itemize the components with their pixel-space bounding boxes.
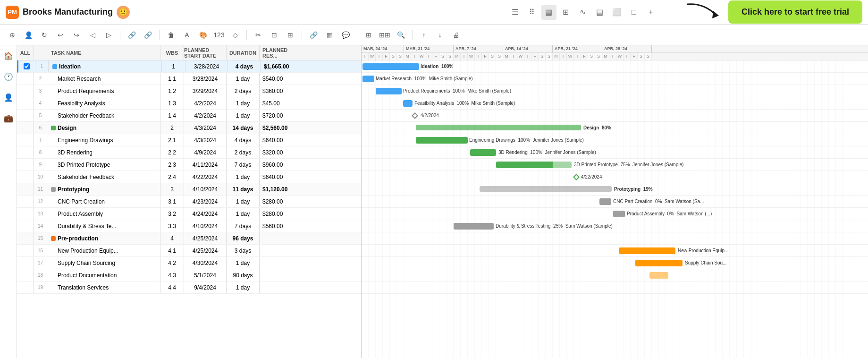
col-all-header[interactable]: ALL: [17, 45, 34, 60]
copy-btn[interactable]: ⊡: [268, 28, 281, 42]
table-row[interactable]: 12 CNC Part Creation 3.1 4/23/2024 1 day…: [17, 196, 361, 208]
table-row[interactable]: 13 Product Assembly 3.2 4/24/2024 1 day …: [17, 208, 361, 220]
tab-grid[interactable]: ▦: [541, 5, 556, 20]
row-res: $280.00: [260, 208, 302, 220]
row-checkbox[interactable]: [17, 134, 34, 146]
table-row[interactable]: 9 3D Printed Prototype 2.3 4/11/2024 7 d…: [17, 159, 361, 171]
sidebar-home[interactable]: 🏠: [2, 49, 15, 62]
table-row[interactable]: 5 Stakeholder Feedback 1.4 4/2/2024 1 da…: [17, 110, 361, 122]
tab-gantt[interactable]: ⠿: [524, 5, 539, 20]
export-up-btn[interactable]: ↑: [417, 28, 430, 42]
group2-btn[interactable]: ⊞⊞: [378, 28, 391, 42]
grid-btn[interactable]: ▦: [323, 28, 336, 42]
row-checkbox[interactable]: [17, 159, 34, 170]
row-checkbox[interactable]: [17, 97, 34, 109]
link2-btn[interactable]: 🔗: [141, 28, 154, 42]
table-row[interactable]: 2 Market Research 1.1 3/28/2024 1 day $5…: [17, 73, 361, 85]
outdent-btn[interactable]: ◁: [86, 28, 99, 42]
gantt-bar-eng-drawings[interactable]: [416, 137, 468, 144]
gantt-bar-cnc[interactable]: [599, 198, 611, 205]
gantt-bar-feasibility[interactable]: [403, 100, 413, 107]
row-checkbox[interactable]: [17, 220, 34, 232]
link3-btn[interactable]: 🔗: [307, 28, 320, 42]
day-cell: S: [546, 53, 553, 60]
row-wbs: 2: [160, 122, 184, 134]
gantt-bar-assembly[interactable]: [613, 211, 625, 217]
row-checkbox[interactable]: [17, 183, 34, 195]
indent-right-btn[interactable]: ▷: [102, 28, 115, 42]
row-checkbox[interactable]: [17, 245, 34, 256]
number-btn[interactable]: 123: [212, 28, 226, 42]
gantt-bar-prototyping[interactable]: [480, 186, 612, 192]
color-btn[interactable]: 🎨: [196, 28, 210, 42]
table-row[interactable]: 1 Ideation 1 3/28/2024 4 days $1,665.00: [17, 60, 361, 73]
paste-btn[interactable]: ⊞: [284, 28, 297, 42]
tab-add[interactable]: +: [643, 5, 658, 20]
row-checkbox[interactable]: [17, 122, 34, 134]
row-checkbox[interactable]: [17, 171, 34, 183]
sidebar-work[interactable]: 💼: [2, 111, 15, 125]
redo-btn[interactable]: ↪: [70, 28, 83, 42]
table-row[interactable]: 3 Product Requirements 1.2 3/29/2024 2 d…: [17, 85, 361, 97]
gantt-bar-supply-chain[interactable]: [635, 260, 683, 266]
row-checkbox[interactable]: [17, 281, 34, 293]
shape-btn[interactable]: ◇: [228, 28, 242, 42]
table-row[interactable]: 10 Stakeholder Feedback 2.4 4/22/2024 1 …: [17, 171, 361, 183]
comment-btn[interactable]: 💬: [339, 28, 352, 42]
search-btn[interactable]: 🔍: [394, 28, 407, 42]
row-checkbox[interactable]: [17, 208, 34, 220]
add-user-btn[interactable]: 👤: [22, 28, 35, 42]
tab-doc[interactable]: ⬜: [609, 5, 624, 20]
gantt-bar-market-research[interactable]: [362, 76, 374, 82]
table-row[interactable]: 17 Supply Chain Sourcing 4.2 4/30/2024 1…: [17, 257, 361, 269]
row-checkbox[interactable]: [17, 196, 34, 207]
print-btn[interactable]: 🖨: [449, 28, 463, 42]
group-btn[interactable]: ⊞: [362, 28, 375, 42]
gantt-bar-product-req[interactable]: [376, 88, 402, 94]
tab-table[interactable]: ⊞: [558, 5, 573, 20]
sidebar-clock[interactable]: 🕐: [2, 70, 15, 83]
export-down-btn[interactable]: ↓: [433, 28, 447, 42]
cta-button[interactable]: Click here to start free trial: [728, 0, 862, 24]
day-cell: T: [574, 53, 581, 60]
row-start: 4/25/2024: [184, 232, 227, 244]
font-btn[interactable]: A: [180, 28, 194, 42]
tab-calendar[interactable]: ▤: [592, 5, 607, 20]
gantt-bar-durability[interactable]: [454, 223, 494, 230]
task-table: ALL TASK NAME WBS PLANNED START DATE DUR…: [17, 45, 362, 358]
table-row[interactable]: 15 Pre-production 4 4/25/2024 96 days: [17, 232, 361, 245]
row-checkbox[interactable]: [17, 85, 34, 97]
row-checkbox[interactable]: [17, 73, 34, 85]
table-row[interactable]: 6 Design 2 4/3/2024 14 days $2,560.00: [17, 122, 361, 134]
sidebar-user[interactable]: 👤: [2, 91, 15, 104]
gantt-bar-3d-rendering[interactable]: [470, 149, 496, 156]
undo-btn[interactable]: ↩: [54, 28, 67, 42]
gantt-bar-3d-prototype[interactable]: [496, 162, 572, 168]
row-checkbox[interactable]: [17, 110, 34, 121]
tab-wave[interactable]: ∿: [575, 5, 590, 20]
gantt-bar-ideation[interactable]: [362, 63, 419, 70]
gantt-bar-new-prod-equip[interactable]: [619, 247, 675, 254]
row-checkbox[interactable]: [17, 232, 34, 244]
table-row[interactable]: 19 Translation Services 4.4 9/4/2024 1 d…: [17, 281, 361, 294]
row-checkbox[interactable]: [18, 60, 35, 72]
table-row[interactable]: 4 Feasibility Analysis 1.3 4/2/2024 1 da…: [17, 97, 361, 110]
add-task-btn[interactable]: ⊕: [6, 28, 19, 42]
cut-btn[interactable]: ✂: [252, 28, 265, 42]
delete-btn[interactable]: 🗑: [164, 28, 177, 42]
table-row[interactable]: 18 Product Documentation 4.3 5/1/2024 90…: [17, 269, 361, 281]
gantt-bar-product-doc[interactable]: [649, 272, 668, 279]
table-row[interactable]: 7 Engineering Drawings 2.1 4/3/2024 4 da…: [17, 134, 361, 146]
link-btn[interactable]: 🔗: [125, 28, 138, 42]
table-row[interactable]: 8 3D Rendering 2.2 4/9/2024 2 days $320.…: [17, 146, 361, 159]
row-checkbox[interactable]: [17, 257, 34, 269]
gantt-bar-design[interactable]: [416, 125, 581, 130]
row-checkbox[interactable]: [17, 269, 34, 281]
indent-btn[interactable]: ↻: [38, 28, 51, 42]
row-checkbox[interactable]: [17, 146, 34, 158]
table-row[interactable]: 14 Durability & Stress Te... 3.3 4/10/20…: [17, 220, 361, 232]
table-row[interactable]: 11 Prototyping 3 4/10/2024 11 days $1,12…: [17, 183, 361, 196]
tab-menu[interactable]: ☰: [507, 5, 522, 20]
table-row[interactable]: 16 New Production Equip... 4.1 4/25/2024…: [17, 245, 361, 257]
tab-box[interactable]: □: [626, 5, 641, 20]
